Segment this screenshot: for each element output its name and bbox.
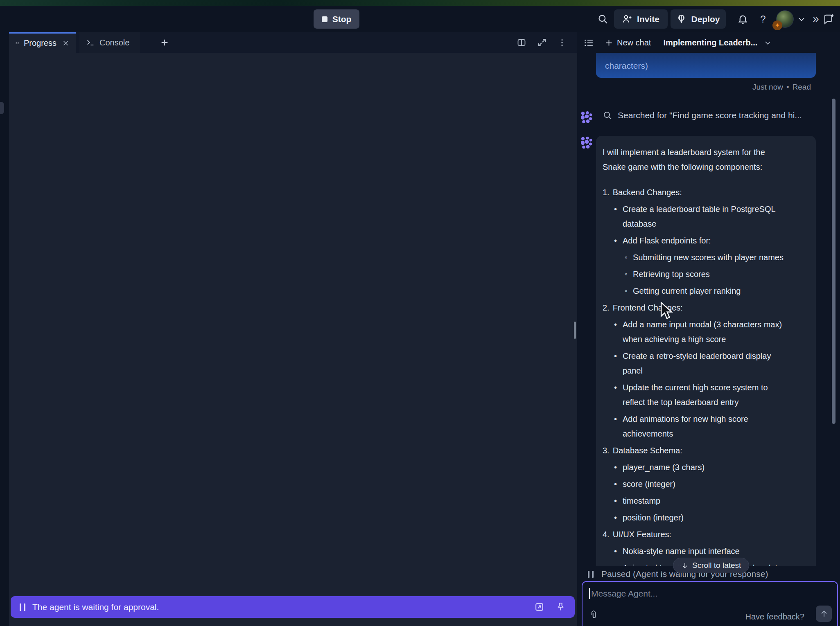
feedback-link[interactable]: Have feedback?	[745, 612, 804, 621]
chat-message-list: characters) Just now•Read Searched for "…	[577, 53, 840, 566]
banner-actions	[534, 602, 566, 612]
history-list-icon	[584, 38, 594, 48]
agent-message-block: 1.Backend Changes:	[603, 185, 810, 200]
agent-message-block: Create a leaderboard table in PostgreSQL…	[603, 202, 788, 231]
invite-label: Invite	[637, 14, 659, 24]
pane-resize-handle[interactable]	[574, 322, 576, 339]
split-columns-icon	[517, 38, 526, 47]
expand-icon	[537, 38, 547, 47]
agent-message-card: I will implement a leaderboard system fo…	[596, 136, 816, 566]
new-chat-label: New chat	[617, 38, 651, 47]
invite-person-plus-icon	[622, 14, 632, 24]
send-button[interactable]	[816, 606, 832, 622]
invite-button[interactable]: Invite	[614, 9, 668, 29]
agent-message-block: 3.Database Schema:	[603, 443, 810, 458]
deploy-button[interactable]: Deploy	[671, 9, 726, 29]
kebab-menu-icon	[558, 38, 567, 47]
agent-message-block: 2.Frontend Changes:	[603, 300, 810, 315]
agent-search-event[interactable]: Searched for "Find game score tracking a…	[596, 110, 816, 120]
message-read-status: Read	[793, 83, 811, 91]
agent-message-block: Create a retro-styled leaderboard displa…	[603, 349, 788, 378]
tab-label: Progress	[24, 38, 56, 48]
workspace-pane: Progress Console	[9, 32, 577, 626]
stop-button[interactable]: Stop	[314, 9, 359, 29]
double-chevron-right-icon: »	[813, 13, 819, 25]
account-menu[interactable]: ✦	[776, 10, 794, 28]
notifications-button[interactable]	[734, 6, 752, 32]
agent-message-block: Getting current player ranking	[603, 284, 810, 298]
chat-header: New chat Implementing Leaderb...	[577, 32, 840, 53]
pane-actions	[517, 32, 567, 53]
agent-message-row: I will implement a leaderboard system fo…	[596, 136, 816, 566]
tab-progress[interactable]: Progress	[9, 32, 76, 53]
new-tab-button[interactable]	[153, 32, 176, 53]
deploy-icon	[676, 14, 686, 24]
text-caret	[589, 588, 590, 599]
tab-label: Console	[99, 38, 129, 47]
agent-message-block: Add animations for new high score achiev…	[603, 412, 788, 441]
chat-title: Implementing Leaderb...	[663, 38, 757, 47]
bell-icon	[737, 14, 748, 25]
agent-message-block: Update the current high score system to …	[603, 380, 788, 410]
dock-handle[interactable]	[0, 102, 4, 114]
open-in-box-icon	[534, 602, 544, 612]
top-navigation-bar: Stop Invite Deploy ? ✦ »	[0, 6, 840, 32]
message-time: Just now	[752, 83, 783, 91]
agent-avatar	[580, 136, 594, 150]
scroll-to-latest-label: Scroll to latest	[692, 561, 741, 570]
sparkle-badge-icon: ✦	[772, 20, 782, 30]
scroll-to-latest-button[interactable]: Scroll to latest	[673, 558, 749, 573]
agent-message-block: timestamp	[603, 493, 788, 508]
question-mark-icon: ?	[760, 14, 765, 25]
pane-menu-button[interactable]	[558, 38, 567, 47]
search-icon	[603, 110, 612, 120]
chevron-down-icon	[797, 15, 806, 23]
agent-message-block: Add a name input modal (3 characters max…	[603, 317, 788, 347]
agent-message-block: position (integer)	[603, 510, 788, 525]
search-icon	[597, 14, 608, 25]
chat-scrollbar-thumb[interactable]	[832, 99, 835, 424]
new-comment-button[interactable]	[820, 6, 837, 32]
agent-message-content: I will implement a leaderboard system fo…	[603, 145, 810, 566]
tab-console[interactable]: Console	[79, 32, 140, 53]
progress-pane-body	[9, 53, 577, 626]
pause-icon	[20, 603, 25, 611]
background-banner	[0, 0, 840, 6]
deploy-label: Deploy	[691, 14, 720, 24]
message-composer[interactable]: Message Agent... Have feedback?	[582, 581, 838, 626]
chevron-down-icon	[764, 39, 772, 47]
console-icon	[86, 38, 95, 47]
pane-tab-bar: Progress Console	[9, 32, 577, 53]
agent-message-block: Nokia-style name input interface	[603, 544, 788, 558]
comment-plus-icon	[823, 13, 835, 25]
close-icon	[62, 40, 69, 47]
tab-close-button[interactable]	[62, 40, 69, 47]
new-chat-button[interactable]: New chat	[605, 38, 651, 47]
search-button[interactable]	[594, 6, 612, 32]
arrow-up-icon	[820, 609, 829, 618]
plus-icon	[605, 38, 613, 47]
agent-message-block: Retrieving top scores	[603, 267, 810, 281]
chat-history-button[interactable]	[584, 38, 594, 48]
attach-file-button[interactable]	[588, 610, 598, 620]
chat-title-dropdown[interactable]: Implementing Leaderb...	[663, 38, 772, 47]
pin-icon	[555, 602, 566, 612]
expand-pane-button[interactable]	[537, 38, 547, 47]
agent-message-block: score (integer)	[603, 477, 788, 491]
open-in-pane-button[interactable]	[534, 602, 544, 612]
agent-message-block: Add Flask endpoints for:	[603, 233, 788, 248]
agent-message-block: 4.UI/UX Features:	[603, 527, 810, 542]
account-chevron-button[interactable]	[795, 6, 808, 32]
agent-chat-sidebar: New chat Implementing Leaderb... charact…	[577, 32, 840, 626]
paperclip-icon	[588, 610, 598, 620]
agent-message-block: I will implement a leaderboard system fo…	[603, 145, 779, 174]
user-message-bubble: characters)	[596, 53, 816, 78]
pin-button[interactable]	[555, 602, 566, 612]
app-window: Stop Invite Deploy ? ✦ »	[0, 0, 840, 626]
split-pane-button[interactable]	[517, 38, 526, 47]
agent-message-block: player_name (3 chars)	[603, 460, 788, 475]
left-dock-rail	[0, 32, 9, 626]
agent-approval-banner: The agent is waiting for approval.	[11, 596, 575, 618]
help-button[interactable]: ?	[755, 6, 771, 32]
progress-icon	[16, 38, 19, 48]
